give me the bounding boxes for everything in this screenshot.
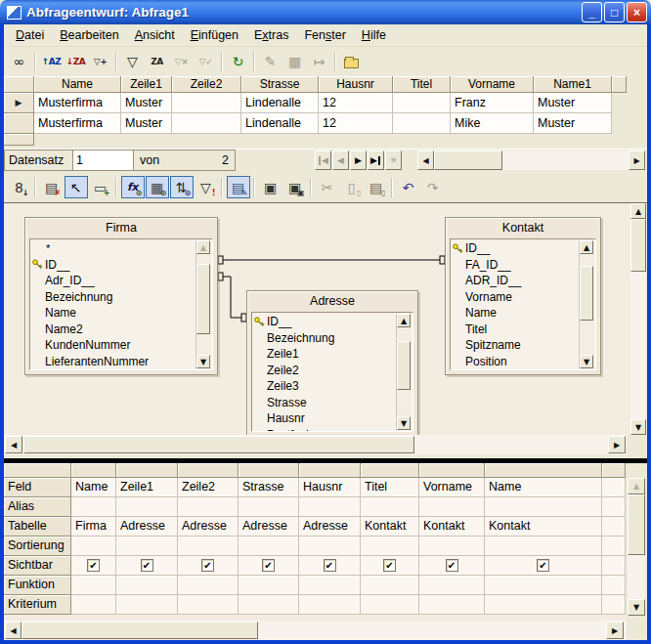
query-grid-cell[interactable] [361,595,419,615]
query-grid-cell[interactable]: Firma [71,517,116,537]
datasheet-cell[interactable] [172,93,241,113]
previous-record-button[interactable]: ◀ [332,150,349,170]
sichtbar-checkbox[interactable]: ✔ [201,559,214,572]
datasheet-cell[interactable]: 12 [319,113,393,134]
query-grid-cell[interactable]: Name [485,478,602,497]
field-item-zeile2[interactable]: Zeile2 [254,363,393,379]
query-grid-cell[interactable]: ✔ [71,556,116,576]
menu-item-bearbeiten[interactable]: Bearbeiten [52,26,126,44]
datasheet-cell[interactable]: Muster [121,93,172,113]
query-grid-cell[interactable]: ✔ [239,556,299,576]
datasheet-cell[interactable]: Lindenalle [241,93,319,113]
column-header-zeile2[interactable]: Zeile2 [172,76,241,93]
field-list-scrollbar[interactable]: ▲ ▼ [396,314,412,430]
query-grid-cell[interactable] [299,595,361,615]
field-item-id[interactable]: ID__ [453,240,576,257]
sichtbar-checkbox[interactable]: ✔ [537,559,549,572]
row-selector[interactable]: ▶ [4,93,34,113]
paste-button[interactable]: ▤▯ [365,176,388,198]
datasheet-cell[interactable] [393,93,451,113]
scroll-up-button[interactable]: ▲ [630,203,646,219]
query-grid-cell[interactable] [116,537,178,556]
field-item-name2[interactable]: Name2 [32,322,193,338]
scroll-right-button[interactable]: ▶ [629,150,645,170]
scroll-left-button[interactable]: ◀ [5,622,22,639]
scroll-down-button[interactable]: ▼ [630,419,646,435]
query-grid-cell[interactable]: Titel [361,478,419,497]
save-record-button[interactable]: ▦ [283,51,307,73]
row-selector-header[interactable] [4,76,34,93]
filter-add-button[interactable]: ▽+ [89,51,112,73]
next-record-button[interactable]: ▶ [350,150,367,170]
query-grid-cell[interactable]: Kontakt [485,517,602,537]
field-item-vorname[interactable]: Vorname [453,289,576,306]
scroll-right-button[interactable]: ▶ [606,622,624,639]
query-grid-cell[interactable] [71,595,116,615]
field-list-scrollbar[interactable]: ▲ ▼ [579,240,594,368]
save-all-button[interactable]: ▣▣ [283,176,307,198]
query-grid-cell[interactable] [299,497,361,517]
field-item-position[interactable]: Position [453,354,576,370]
field-item-titel[interactable]: Titel [453,322,576,338]
datasheet-cell[interactable]: Muster [534,93,612,113]
datasheet-cell[interactable]: Franz [451,93,534,113]
last-record-button[interactable]: ▶ [368,150,384,170]
query-grid-cell[interactable] [485,595,602,615]
field-item-name[interactable]: Name [453,305,576,322]
find-button[interactable]: ∞ [8,51,31,73]
field-item-bezeichnung[interactable]: Bezeichnung [32,289,193,306]
query-grid-cell[interactable] [299,537,361,556]
field-item-bezeichnung[interactable]: Bezeichnung [254,330,393,347]
field-item-name[interactable]: Name [32,305,193,322]
menu-item-ansicht[interactable]: Ansicht [127,26,183,44]
add-table-button[interactable]: ▭+ [89,176,112,198]
column-header-hausnr[interactable]: Hausnr [319,76,393,93]
query-grid-cell[interactable] [485,537,602,556]
query-grid-cell[interactable]: Adresse [239,517,299,537]
query-grid-cell[interactable]: ✔ [419,556,485,576]
datasheet-cell[interactable]: Muster [121,113,172,134]
field-item-kundennummer[interactable]: KundenNummer [32,337,193,354]
scroll-up-button[interactable]: ▲ [196,240,210,254]
menu-item-extras[interactable]: Extras [246,26,296,44]
field-item-spitzname[interactable]: Spitzname [453,337,576,354]
query-grid-cell[interactable]: ✔ [485,556,602,576]
query-grid-cell[interactable]: Kontakt [419,517,485,537]
sichtbar-checkbox[interactable]: ✔ [324,559,336,572]
query-grid-cell[interactable] [116,595,178,615]
query-grid-cell[interactable]: Adresse [116,517,178,537]
table-title[interactable]: Firma [25,218,217,237]
query-grid-cell[interactable]: ✔ [361,556,419,576]
query-grid-cell[interactable] [178,576,239,595]
scroll-thumb[interactable] [628,494,645,555]
query-grid-cell[interactable]: Zeile2 [178,478,239,497]
goto-record-button[interactable]: ↦ [308,51,331,73]
field-item-adrid[interactable]: ADR_ID__ [453,273,576,289]
properties-button[interactable]: ▤✎ [227,176,250,198]
scroll-down-button[interactable]: ▼ [196,355,210,368]
scroll-thumb[interactable] [630,219,646,272]
column-header-zeile1[interactable]: Zeile1 [121,76,172,93]
query-grid-cell[interactable]: ✔ [178,556,239,576]
scroll-left-button[interactable]: ◀ [5,436,22,453]
field-list-scrollbar[interactable]: ▲ ▼ [195,240,211,368]
query-grid-cell[interactable]: Vorname [419,478,485,497]
query-grid-cell[interactable]: Zeile1 [116,478,178,497]
query-grid-cell[interactable] [299,576,361,595]
query-grid-cell[interactable] [419,576,485,595]
show-criteria-button[interactable]: ▽! [195,176,218,198]
query-grid-cell[interactable] [485,576,602,595]
filter-button[interactable]: ▽ [121,51,145,73]
query-grid-cell[interactable]: ✔ [116,556,178,576]
query-grid-cell[interactable] [239,497,299,517]
field-item-hausnr[interactable]: Hausnr [254,410,393,427]
scroll-thumb[interactable] [434,150,502,170]
show-table-names-button[interactable]: ▦⊙ [146,176,169,198]
table-title[interactable]: Adresse [247,291,417,311]
query-grid-cell[interactable] [239,595,299,615]
datasheet-cell[interactable]: Lindenalle [241,113,319,134]
scroll-thumb[interactable] [22,622,258,639]
query-grid-cell[interactable] [116,497,178,517]
field-item-zeile3[interactable]: Zeile3 [254,378,393,395]
show-functions-button[interactable]: fx⊙ [121,176,145,198]
